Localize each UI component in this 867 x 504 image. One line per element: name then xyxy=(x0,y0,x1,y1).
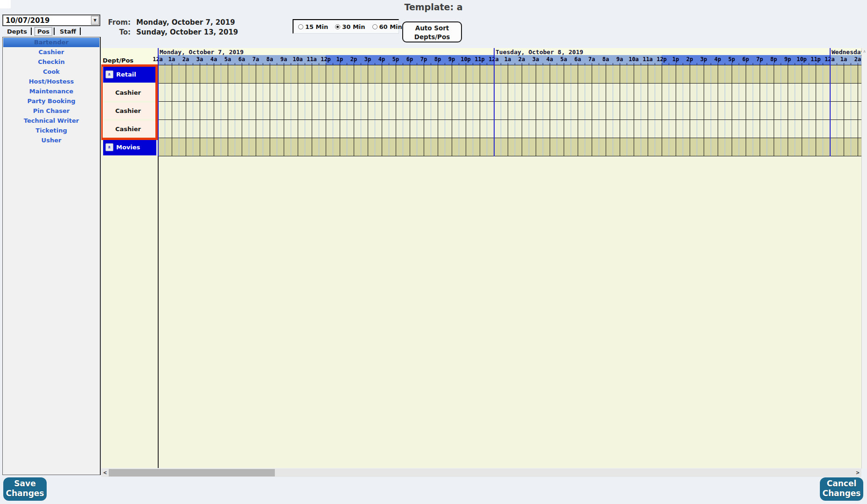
time-label: 6p xyxy=(742,56,749,63)
sidebar-item-host-hostess[interactable]: Host/Hostess xyxy=(3,77,100,86)
sidebar-item-bartender[interactable]: Bartender xyxy=(3,38,99,47)
grid-row-band-cashier[interactable] xyxy=(158,120,861,138)
sidebar-item-pin-chaser[interactable]: Pin Chaser xyxy=(3,106,100,116)
time-label: 11p xyxy=(811,56,821,63)
auto-sort-button[interactable]: Auto Sort Depts/Pos xyxy=(402,21,462,42)
row-label-cashier[interactable]: Cashier xyxy=(103,103,156,119)
chevron-double-up-glyph: « xyxy=(107,146,112,149)
time-label: 4a xyxy=(210,56,217,63)
save-button-line2: Changes xyxy=(3,489,47,498)
horizontal-scrollbar-thumb[interactable] xyxy=(109,469,275,476)
time-label: 2a xyxy=(518,56,525,63)
interval-option-30-min[interactable]: 30 Min xyxy=(335,23,365,30)
time-label: 12p xyxy=(321,56,331,63)
time-label: 1a xyxy=(168,56,175,63)
time-label: 4a xyxy=(546,56,553,63)
radio-icon xyxy=(335,24,340,29)
from-label: From: xyxy=(106,18,131,27)
grid-row-band-cashier[interactable] xyxy=(158,102,861,120)
tab-separator xyxy=(80,28,81,35)
time-label: 10p xyxy=(797,56,807,63)
row-label-text: Movies xyxy=(116,144,140,151)
interval-group: 15 Min30 Min60 Min xyxy=(293,19,399,34)
horizontal-scrollbar[interactable]: < > xyxy=(101,469,861,477)
page-title: Template: a xyxy=(0,2,867,12)
time-label: 3p xyxy=(364,56,371,63)
time-label: 8a xyxy=(266,56,273,63)
row-label-retail[interactable]: «Retail xyxy=(103,66,156,83)
time-label: 2a xyxy=(182,56,189,63)
time-label: 11a xyxy=(307,56,317,63)
cancel-button-line2: Changes xyxy=(820,489,863,498)
sidebar-item-party-booking[interactable]: Party Booking xyxy=(3,96,100,106)
scroll-up-icon[interactable]: ∧ xyxy=(862,49,867,54)
time-label: 8p xyxy=(434,56,441,63)
interval-option-60-min[interactable]: 60 Min xyxy=(372,23,402,30)
tab-pos[interactable]: Pos xyxy=(35,27,52,36)
time-label: 3a xyxy=(196,56,203,63)
to-label: To: xyxy=(106,28,131,36)
time-label: 12p xyxy=(657,56,667,63)
sidebar-item-usher[interactable]: Usher xyxy=(3,135,100,145)
grid-row-band-retail[interactable] xyxy=(158,65,861,84)
time-label: 1p xyxy=(672,56,679,63)
time-label: 9a xyxy=(280,56,287,63)
row-label-cashier[interactable]: Cashier xyxy=(103,84,156,101)
radio-icon xyxy=(372,24,378,29)
scroll-right-icon[interactable]: > xyxy=(854,469,861,477)
sidebar-item-cook[interactable]: Cook xyxy=(3,67,100,77)
time-label: 3a xyxy=(532,56,539,63)
tab-depts[interactable]: Depts xyxy=(5,28,29,35)
sidebar-item-maintenance[interactable]: Maintenance xyxy=(3,86,100,96)
time-label: 9a xyxy=(616,56,623,63)
scroll-left-icon[interactable]: < xyxy=(101,469,109,477)
time-label: 9p xyxy=(448,56,455,63)
time-label: 3p xyxy=(700,56,707,63)
sidebar-item-checkin[interactable]: Checkin xyxy=(3,57,100,67)
time-label: 5p xyxy=(392,56,399,63)
cancel-changes-button[interactable]: Cancel Changes xyxy=(820,477,863,501)
vertical-scrollbar[interactable]: ∧ xyxy=(861,48,867,469)
time-label: 7a xyxy=(588,56,595,63)
time-label: 10a xyxy=(629,56,639,63)
time-label: 10a xyxy=(293,56,303,63)
row-label-cashier[interactable]: Cashier xyxy=(103,121,156,137)
collapse-up-icon[interactable]: « xyxy=(105,70,113,78)
date-picker-dropdown-button[interactable]: ▼ xyxy=(91,16,99,25)
sidebar-item-ticketing[interactable]: Ticketing xyxy=(3,126,100,135)
time-label: 7p xyxy=(420,56,427,63)
time-label: 2a xyxy=(854,56,861,63)
time-label: 5a xyxy=(224,56,231,63)
day-header-monday: Monday, October 7, 2019 xyxy=(160,49,244,56)
auto-sort-line1: Auto Sort xyxy=(403,24,461,33)
row-label-text: Cashier xyxy=(115,89,141,96)
collapse-up-icon[interactable]: « xyxy=(105,143,113,151)
date-picker[interactable]: 10/07/2019 ▼ xyxy=(2,14,100,26)
row-label-text: Retail xyxy=(116,71,136,78)
interval-option-15-min[interactable]: 15 Min xyxy=(298,23,328,30)
row-label-movies[interactable]: «Movies xyxy=(103,139,156,155)
time-label: 1a xyxy=(840,56,847,63)
time-label: 2p xyxy=(350,56,357,63)
chevron-double-up-glyph: « xyxy=(107,73,112,76)
schedule-grid: Monday, October 7, 2019 Tuesday, October… xyxy=(101,48,861,468)
day-header-tuesday: Tuesday, October 8, 2019 xyxy=(496,49,583,56)
save-changes-button[interactable]: Save Changes xyxy=(3,477,47,501)
tab-staff[interactable]: Staff xyxy=(57,28,78,35)
time-label: 11a xyxy=(643,56,653,63)
position-list: BartenderCashierCheckinCookHost/HostessM… xyxy=(2,37,101,475)
interval-option-label: 15 Min xyxy=(305,23,328,30)
grid-row-band-movies[interactable] xyxy=(158,138,861,156)
row-label-text: Cashier xyxy=(115,107,141,114)
time-label: 8a xyxy=(602,56,609,63)
save-button-line1: Save xyxy=(3,479,47,489)
date-range: From: Monday, October 7, 2019 To: Sunday… xyxy=(106,17,238,37)
sidebar-item-cashier[interactable]: Cashier xyxy=(3,47,100,57)
time-label: 8p xyxy=(770,56,777,63)
grid-row-band-cashier[interactable] xyxy=(158,84,861,102)
sidebar-tabs: DeptsPosStaff xyxy=(5,27,84,36)
sidebar-item-technical-writer[interactable]: Technical Writer xyxy=(3,116,100,126)
date-picker-value: 10/07/2019 xyxy=(6,16,49,25)
time-label: 4p xyxy=(378,56,385,63)
tab-separator xyxy=(31,28,32,35)
